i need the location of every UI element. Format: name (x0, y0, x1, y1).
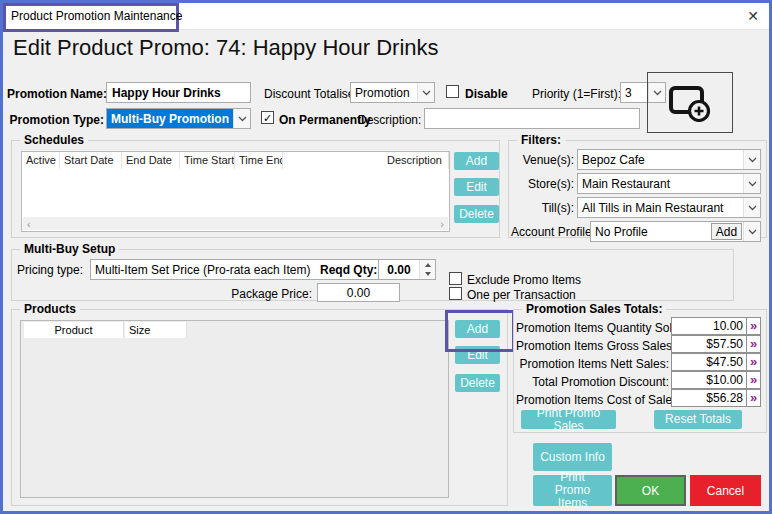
chevron-down-icon (743, 174, 760, 193)
promo-totals-group: Promotion Sales Totals: Promotion Items … (513, 309, 767, 433)
till-label: Till(s): (511, 201, 574, 215)
chevron-down-icon (233, 109, 250, 128)
reqd-qty-stepper[interactable]: 0.00 (378, 259, 436, 280)
dialog-product-promotion-maintenance: Product Promotion Maintenance ✕ Edit Pro… (0, 0, 772, 514)
totals-row-value: $10.00 (671, 371, 747, 389)
totals-row-value: $56.28 (671, 389, 747, 407)
package-price-input[interactable]: 0.00 (317, 283, 400, 302)
venue-select[interactable]: Bepoz Cafe (577, 149, 761, 170)
disable-label: Disable (465, 87, 508, 101)
check-icon: ✓ (263, 113, 272, 123)
on-permanently-checkbox[interactable]: ✓ (261, 111, 274, 124)
column-header: Time End (235, 152, 283, 169)
reqd-qty-label: Reqd Qty: (320, 263, 377, 277)
spinner-down-icon[interactable] (420, 270, 435, 280)
totals-row-label: Promotion Items Nett Sales: (516, 357, 669, 371)
promotion-type-label: Promotion Type: (7, 113, 104, 127)
filters-group: Filters: Venue(s): Bepoz Cafe Store(s): … (508, 140, 767, 238)
scroll-right-icon[interactable]: › (440, 218, 444, 230)
ok-button[interactable]: OK (615, 475, 686, 506)
cancel-button[interactable]: Cancel (690, 475, 761, 506)
totals-row-value: $57.50 (671, 335, 747, 353)
products-delete-button[interactable]: Delete (455, 374, 500, 392)
multibuy-group-title: Multi-Buy Setup (20, 242, 119, 256)
till-select[interactable]: All Tills in Main Restaurant (577, 197, 761, 218)
account-profile-label: Account Profile: (511, 225, 587, 239)
exclude-promo-items-label: Exclude Promo Items (467, 273, 581, 287)
promo-totals-group-title: Promotion Sales Totals: (522, 302, 666, 316)
reset-totals-button[interactable]: Reset Totals (654, 410, 742, 429)
totals-row-label: Total Promotion Discount: (516, 375, 669, 389)
scroll-left-icon[interactable]: ‹ (27, 218, 31, 230)
schedules-hscrollbar[interactable]: ‹ › (23, 217, 448, 230)
page-title: Edit Product Promo: 74: Happy Hour Drink… (13, 35, 439, 61)
column-header: Start Date (60, 152, 122, 169)
disable-checkbox[interactable] (446, 85, 459, 98)
totals-row-label: Promotion Items Cost of Sales: (516, 393, 669, 407)
column-header: Active (22, 152, 60, 169)
schedules-delete-button[interactable]: Delete (454, 205, 499, 223)
schedules-header: Active Start Date End Date Time Start Ti… (22, 152, 449, 169)
schedules-add-button[interactable]: Add (454, 152, 499, 170)
products-edit-button[interactable]: Edit (455, 346, 500, 364)
column-header: Product (24, 322, 124, 338)
column-header: End Date (122, 152, 180, 169)
filters-group-title: Filters: (517, 133, 565, 147)
schedules-list[interactable]: Active Start Date End Date Time Start Ti… (21, 151, 450, 232)
package-price-label: Package Price: (212, 287, 312, 301)
column-header: Size (125, 322, 187, 338)
custom-info-button[interactable]: Custom Info (533, 443, 612, 471)
totals-row-value: $47.50 (671, 353, 747, 371)
description-label: Description: (358, 113, 421, 127)
exclude-promo-items-checkbox[interactable] (449, 272, 462, 285)
totals-row-label: Promotion Items Gross Sales: (516, 339, 669, 353)
fast-forward-icon[interactable]: » (746, 317, 761, 335)
promo-image-button[interactable] (647, 72, 733, 133)
priority-label: Priority (1=First): (532, 87, 621, 101)
print-promo-items-button[interactable]: Print Promo Items (533, 475, 612, 506)
column-header: Description (283, 152, 449, 169)
products-add-button[interactable]: Add (455, 320, 500, 338)
store-select[interactable]: Main Restaurant (577, 173, 761, 194)
close-icon[interactable]: ✕ (742, 6, 764, 26)
products-group-title: Products (20, 302, 80, 316)
one-per-transaction-label: One per Transaction (467, 288, 576, 302)
pricing-type-label: Pricing type: (17, 263, 83, 277)
schedules-edit-button[interactable]: Edit (454, 178, 499, 196)
schedules-group-title: Schedules (20, 133, 88, 147)
chevron-down-icon (743, 198, 760, 217)
chevron-down-icon (743, 222, 760, 241)
chevron-down-icon (743, 150, 760, 169)
fast-forward-icon[interactable]: » (746, 371, 761, 389)
multibuy-group: Multi-Buy Setup Pricing type: Multi-Item… (11, 249, 734, 301)
schedules-group: Schedules Active Start Date End Date Tim… (11, 140, 500, 238)
fast-forward-icon[interactable]: » (746, 389, 761, 407)
account-profile-add-button[interactable]: Add (711, 223, 742, 240)
store-label: Store(s): (511, 177, 574, 191)
spinner-up-icon[interactable] (420, 260, 435, 270)
promotion-name-label: Promotion Name: (7, 87, 104, 101)
fast-forward-icon[interactable]: » (746, 335, 761, 353)
description-input[interactable] (424, 108, 640, 129)
totals-row-label: Promotion Items Quantity Sold: (516, 321, 669, 335)
print-promo-sales-button[interactable]: Print Promo Sales (521, 410, 616, 429)
account-profile-select[interactable]: No Profile Add (590, 221, 761, 242)
products-list[interactable]: Product Size (20, 320, 449, 498)
one-per-transaction-checkbox[interactable] (449, 287, 462, 300)
discount-totaliser-label: Discount Totaliser: (264, 87, 362, 101)
promotion-type-select[interactable]: Multi-Buy Promotion (106, 108, 251, 129)
title-bar: Product Promotion Maintenance ✕ (3, 3, 769, 30)
annotation-box-title: Product Promotion Maintenance (3, 3, 179, 32)
add-image-icon (667, 84, 713, 122)
column-header: Time Start (180, 152, 235, 169)
products-group: Products Product Size Add Edit Delete (11, 309, 508, 506)
promotion-name-input[interactable]: Happy Hour Drinks (106, 82, 251, 103)
discount-totaliser-select[interactable]: Promotion (350, 82, 435, 103)
venue-label: Venue(s): (511, 153, 574, 167)
window-title: Product Promotion Maintenance (11, 9, 182, 23)
totals-row-value: 10.00 (671, 317, 747, 335)
chevron-down-icon (417, 83, 434, 102)
fast-forward-icon[interactable]: » (746, 353, 761, 371)
